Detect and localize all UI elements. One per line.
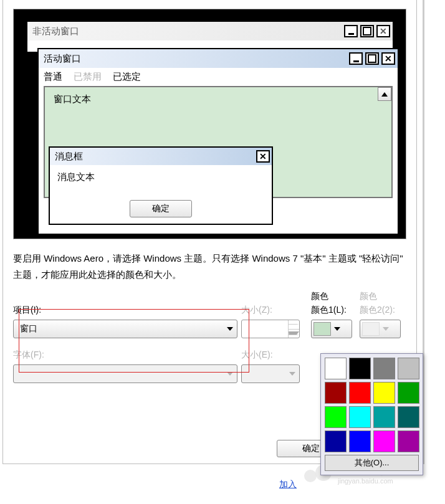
color1-label: 颜色1(L): — [311, 305, 352, 316]
item-combo[interactable]: 窗口 — [13, 320, 237, 338]
watermark-url: jingyan.baidu.com — [338, 477, 393, 485]
color-swatch[interactable] — [325, 430, 347, 452]
scroll-up-button[interactable] — [378, 87, 391, 101]
message-body: 消息文本 — [50, 165, 272, 196]
sizez-spinner — [241, 320, 300, 338]
font-label: 字体(F): — [13, 349, 237, 361]
description-text: 要启用 Windows Aero，请选择 Windows 主题。只有选择 Win… — [13, 250, 406, 282]
sizez-label: 大小(Z): — [241, 305, 300, 316]
other-color-button[interactable]: 其他(O)... — [325, 455, 419, 471]
minimize-icon[interactable] — [349, 52, 363, 65]
color-swatch[interactable] — [373, 430, 395, 452]
inactive-window: 非活动窗口 ✕ — [26, 21, 394, 52]
color-swatch[interactable] — [349, 430, 371, 452]
ok-button[interactable]: 确定 — [130, 200, 192, 217]
menu-normal[interactable]: 普通 — [44, 71, 62, 82]
color-header-1: 颜色 — [311, 291, 352, 302]
chevron-down-icon — [227, 327, 233, 331]
message-button-row: 确定 — [50, 196, 272, 224]
color-swatch[interactable] — [349, 406, 371, 428]
close-icon[interactable]: ✕ — [376, 25, 390, 37]
color2-label: 颜色2(2): — [360, 305, 401, 316]
chevron-down-icon — [334, 327, 340, 331]
color-swatch[interactable] — [325, 358, 347, 379]
minimize-icon[interactable] — [344, 25, 358, 37]
color-swatch[interactable] — [373, 406, 395, 428]
color-grid — [325, 358, 419, 452]
close-icon[interactable]: ✕ — [381, 52, 395, 65]
message-box-title: 消息框 — [55, 151, 254, 163]
color-swatch[interactable] — [349, 382, 371, 404]
item-label: 项目(I): — [13, 305, 237, 316]
color2-combo — [360, 320, 401, 338]
color1-swatch — [313, 322, 331, 336]
spin-down-icon — [288, 330, 299, 338]
color-swatch[interactable] — [349, 358, 371, 379]
sizez-input — [242, 320, 288, 338]
color-swatch[interactable] — [373, 358, 395, 379]
color-swatch[interactable] — [398, 406, 419, 428]
color2-swatch — [362, 322, 380, 336]
window-text: 窗口文本 — [54, 93, 91, 104]
color-popup[interactable]: 其他(O)... — [320, 353, 423, 475]
message-box: 消息框 ✕ 消息文本 确定 — [49, 146, 273, 225]
color1-combo[interactable] — [311, 320, 352, 338]
color-swatch[interactable] — [325, 406, 347, 428]
item-combo-value: 窗口 — [20, 323, 227, 335]
preview-pane: 非活动窗口 ✕ 活动窗口 ✕ 普通 已禁用 已选定 窗口文本 — [13, 9, 406, 239]
active-title-text: 活动窗口 — [44, 53, 347, 65]
chevron-down-icon — [289, 372, 295, 376]
spin-up-icon — [288, 320, 299, 330]
join-link[interactable]: 加入 — [279, 479, 297, 490]
maximize-icon[interactable] — [365, 52, 379, 65]
color-swatch[interactable] — [398, 382, 419, 404]
message-box-titlebar: 消息框 ✕ — [50, 148, 272, 165]
chevron-down-icon — [383, 327, 389, 331]
color-swatch[interactable] — [373, 382, 395, 404]
menubar: 普通 已禁用 已选定 — [39, 68, 398, 86]
menu-disabled: 已禁用 — [74, 71, 102, 82]
inactive-title-text: 非活动窗口 — [32, 26, 342, 37]
color-swatch[interactable] — [398, 358, 419, 379]
color-header-2: 颜色 — [360, 291, 401, 302]
sizee-label: 大小(E): — [241, 349, 300, 361]
color-swatch[interactable] — [398, 430, 419, 452]
close-icon[interactable]: ✕ — [256, 150, 270, 163]
font-combo — [13, 364, 237, 383]
sizee-combo — [241, 364, 300, 383]
color-swatch[interactable] — [325, 382, 347, 404]
chevron-down-icon — [227, 372, 233, 376]
inactive-titlebar: 非活动窗口 ✕ — [27, 22, 393, 40]
active-titlebar: 活动窗口 ✕ — [39, 49, 398, 68]
menu-selected[interactable]: 已选定 — [113, 71, 141, 82]
maximize-icon[interactable] — [360, 25, 374, 37]
